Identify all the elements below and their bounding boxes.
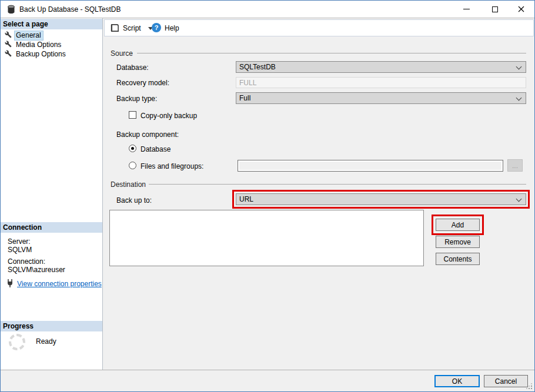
files-and-filegroups-radio[interactable]: [129, 162, 136, 169]
copy-only-backup-label: Copy-only backup: [141, 112, 197, 120]
wrench-icon: [5, 41, 12, 48]
back-up-to-dropdown-value: URL: [239, 195, 253, 203]
sidebar-item-label: Media Options: [15, 41, 63, 49]
remove-button[interactable]: Remove: [436, 236, 480, 248]
destination-list[interactable]: [109, 210, 424, 266]
recovery-model-value: FULL: [239, 79, 256, 87]
database-radio[interactable]: [129, 145, 136, 152]
files-and-filegroups-label: Files and filegroups:: [141, 162, 203, 170]
close-button[interactable]: [508, 1, 534, 18]
progress-spinner-icon: [9, 334, 25, 350]
database-radio-label: Database: [141, 145, 170, 153]
database-dropdown[interactable]: SQLTestDB: [236, 61, 526, 73]
browse-button-label: ...: [512, 162, 518, 170]
view-connection-properties-link[interactable]: View connection properties: [17, 280, 102, 288]
source-divider: [137, 53, 526, 53]
backup-component-label: Backup component:: [116, 130, 179, 139]
recovery-model-label: Recovery model:: [116, 79, 169, 87]
back-up-to-label: Back up to:: [116, 196, 152, 205]
window-title: Back Up Database - SQLTestDB: [19, 5, 121, 14]
connection-label: Connection:: [8, 257, 45, 266]
copy-only-backup-checkbox[interactable]: [129, 111, 136, 119]
add-button-label: Add: [452, 221, 464, 229]
script-icon: [111, 24, 119, 32]
chevron-down-icon: [516, 64, 522, 70]
contents-button-label: Contents: [443, 255, 472, 263]
wrench-icon: [5, 50, 12, 57]
sidebar-item-label: Backup Options: [15, 50, 68, 59]
ok-button-label: OK: [452, 377, 462, 386]
progress-status: Ready: [36, 337, 56, 346]
wrench-icon: [5, 31, 12, 38]
progress-header: Progress: [1, 321, 102, 331]
add-button[interactable]: Add: [436, 219, 480, 231]
ok-button[interactable]: OK: [434, 375, 480, 387]
database-label: Database:: [116, 63, 149, 72]
maximize-button[interactable]: [482, 1, 508, 18]
minimize-icon: [463, 9, 470, 9]
chevron-down-icon: [516, 95, 522, 101]
select-a-page-header: Select a page: [1, 19, 102, 29]
sidebar-item-general[interactable]: General: [1, 31, 102, 40]
database-dropdown-value: SQLTestDB: [239, 63, 276, 71]
sidebar-item-label: General: [15, 31, 43, 40]
minimize-button[interactable]: [453, 1, 480, 18]
destination-section-title: Destination: [111, 180, 146, 189]
backup-type-dropdown-value: Full: [239, 94, 250, 102]
destination-divider: [149, 184, 526, 185]
connection-value: SQLVM\azureuser: [8, 266, 65, 274]
title-bar: Back Up Database - SQLTestDB: [1, 1, 534, 18]
back-up-to-dropdown[interactable]: URL: [236, 193, 526, 205]
help-icon: [152, 23, 161, 32]
remove-button-label: Remove: [444, 238, 471, 246]
files-and-filegroups-input[interactable]: [238, 160, 503, 172]
connection-properties-icon: [5, 279, 15, 288]
sidebar-item-backup-options[interactable]: Backup Options: [1, 49, 102, 59]
footer-divider: [1, 370, 534, 370]
backup-database-dialog: Back Up Database - SQLTestDB Select a pa…: [0, 0, 535, 392]
source-section-title: Source: [111, 49, 133, 58]
toolbar: Script Help: [104, 19, 534, 36]
help-label: Help: [165, 24, 179, 32]
close-icon: [518, 6, 524, 12]
backup-type-label: Backup type:: [116, 95, 157, 103]
maximize-icon: [492, 6, 498, 12]
script-label: Script: [123, 24, 141, 32]
recovery-model-field: FULL: [236, 77, 526, 88]
connection-header: Connection: [1, 222, 102, 233]
chevron-down-icon: [516, 196, 522, 202]
sidebar: Select a page General Media Options Back…: [1, 18, 103, 370]
cancel-button-label: Cancel: [495, 377, 517, 386]
server-label: Server:: [8, 237, 31, 246]
backup-type-dropdown[interactable]: Full: [236, 92, 526, 104]
browse-button[interactable]: ...: [507, 159, 523, 172]
contents-button[interactable]: Contents: [436, 253, 480, 265]
help-button[interactable]: Help: [149, 20, 185, 36]
database-icon: [6, 5, 16, 14]
sidebar-item-media-options[interactable]: Media Options: [1, 40, 102, 49]
script-button[interactable]: Script: [111, 20, 153, 36]
resize-grip[interactable]: [531, 388, 532, 389]
server-value: SQLVM: [8, 246, 32, 254]
cancel-button[interactable]: Cancel: [484, 375, 528, 387]
